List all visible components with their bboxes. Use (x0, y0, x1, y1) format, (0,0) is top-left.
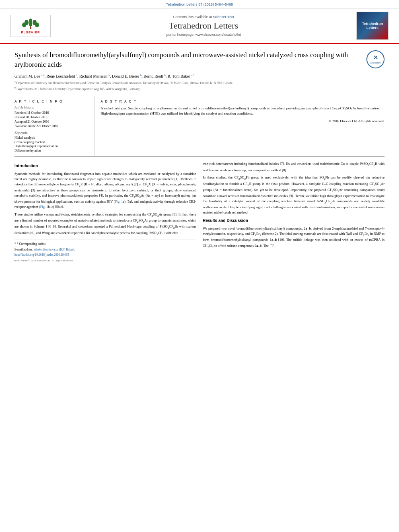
journal-citation-bar: Tetrahedron Letters 57 (2016) 5464–5468 (0, 0, 399, 8)
fig1bc-link[interactable]: Fig. 1 (40, 205, 48, 209)
fig1a-link[interactable]: Fig. 1 (115, 199, 123, 203)
email-label: E-mail address: (14, 248, 33, 251)
author-list: Graham M. Lee a,b, René Loechtefeld b, R… (14, 74, 195, 78)
authors-line: Graham M. Lee a,b, René Loechtefeld b, R… (14, 74, 385, 78)
elsevier-label: ELSEVIER (21, 31, 40, 34)
right-paragraph-1: tron-rich heteroarenes including functio… (203, 161, 385, 173)
right-paragraph-2: In these studies, the CF2SO2Ph group is … (203, 175, 385, 215)
contents-line: Contents lists available at ScienceDirec… (55, 15, 352, 19)
body-right-column: tron-rich heteroarenes including functio… (203, 161, 385, 263)
article-content: Synthesis of bromodifluoromethyl(arylsul… (0, 44, 399, 269)
journal-cover-area: Tetrahedron Letters (352, 12, 393, 40)
publisher-logo-area: ELSEVIER (6, 15, 55, 37)
svg-point-4 (35, 23, 39, 27)
body-columns: Introduction Synthetic methods for intro… (14, 161, 385, 263)
article-history-label: Article history: (14, 106, 90, 109)
journal-title: Tetrahedron Letters (55, 21, 352, 31)
results-heading: Results and Discussion (203, 218, 385, 224)
abstract-column: A B S T R A C T A nickel catalyzed Suzuk… (95, 96, 385, 156)
introduction-heading: Introduction (14, 163, 196, 169)
email-link[interactable]: rtbaker@uottawa.ca (R.T. Baker). (34, 248, 75, 251)
received-date: Received 11 October 2016 (14, 111, 90, 115)
affiliation-a: a Department of Chemistry and Biomolecul… (14, 80, 385, 85)
accepted-date: Accepted 21 October 2016 (14, 120, 90, 123)
footnote-doi-line: http://dx.doi.org/10.1016/j.tetlet.2016.… (14, 253, 196, 257)
article-info-abstract-section: A R T I C L E I N F O Article history: R… (14, 96, 385, 156)
article-title: Synthesis of bromodifluoromethyl(arylsul… (14, 51, 348, 68)
svg-point-3 (22, 23, 26, 27)
footnote-star-line: * * Corresponding author. (14, 242, 196, 246)
abstract-text: A nickel catalyzed Suzuki coupling of ar… (101, 106, 385, 116)
journal-title-area: Contents lists available at ScienceDirec… (55, 15, 352, 37)
abstract-copyright: © 2016 Elsevier Ltd. All rights reserved… (101, 119, 385, 123)
crossmark-badge: ✕ CrossMark (366, 50, 385, 68)
svg-rect-6 (30, 27, 31, 29)
results-paragraph-1: We prepared two novel bromodifluoromethy… (203, 226, 385, 249)
abstract-title: A B S T R A C T (101, 99, 385, 103)
footnotes-area: * * Corresponding author. E-mail address… (14, 240, 196, 263)
article-info-title: A R T I C L E I N F O (14, 99, 90, 103)
journal-cover-image: Tetrahedron Letters (356, 12, 389, 40)
elsevier-tree-icon (19, 18, 43, 30)
body-left-column: Introduction Synthetic methods for intro… (14, 161, 196, 263)
article-title-area: Synthesis of bromodifluoromethyl(arylsul… (14, 50, 385, 70)
article-info-column: A R T I C L E I N F O Article history: R… (14, 96, 95, 156)
keyword-1: Nickel catalysis (14, 136, 90, 140)
footer-copyright: 0040-4039/© 2016 Elsevier Ltd. All right… (14, 259, 196, 263)
journal-header: ELSEVIER Contents lists available at Sci… (0, 8, 399, 44)
affiliation-b: b Bayer Pharma AG, Medicinal Chemistry D… (14, 86, 385, 91)
journal-homepage: journal homepage: www.elsevier.com/locat… (55, 33, 352, 37)
journal-citation: Tetrahedron Letters 57 (2016) 5464–5468 (166, 2, 233, 6)
doi-link[interactable]: http://dx.doi.org/10.1016/j.tetlet.2016.… (14, 253, 69, 257)
sciencedirect-link[interactable]: ScienceDirect (213, 15, 234, 19)
page: Tetrahedron Letters 57 (2016) 5464–5468 … (0, 0, 399, 532)
footnote-star: * (14, 242, 16, 246)
keywords-label: Keywords: (14, 131, 90, 135)
keyword-3: High-throughput experimentation (14, 144, 90, 148)
keyword-4: Difluoromethylation (14, 149, 90, 152)
available-online-date: Available online 22 October 2016 (14, 124, 90, 128)
affiliations: a Department of Chemistry and Biomolecul… (14, 80, 385, 91)
corresponding-label: * Corresponding author. (17, 242, 46, 246)
footnote-email-line: E-mail address: rtbaker@uottawa.ca (R.T.… (14, 247, 196, 252)
keyword-2: Cross coupling reaction (14, 140, 90, 144)
intro-paragraph-1: Synthetic methods for introducing fluori… (14, 171, 196, 209)
elsevier-logo-box: ELSEVIER (10, 15, 51, 37)
intro-paragraph-2: These studies utilize various multi-step… (14, 212, 196, 236)
svg-point-5 (29, 22, 32, 27)
revised-date: Revised 20 October 2016 (14, 115, 90, 119)
